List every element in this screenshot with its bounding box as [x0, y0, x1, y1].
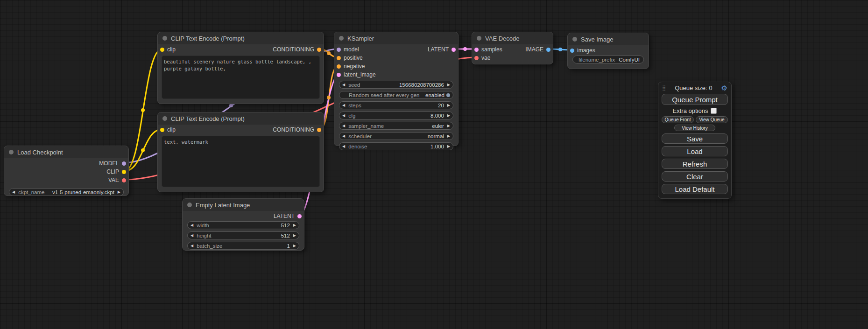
load-default-button[interactable]: Load Default	[662, 184, 728, 194]
decrement-arrow-icon[interactable]: ◀	[342, 104, 345, 107]
images-input-port[interactable]	[570, 49, 574, 53]
widget-value: 1	[287, 243, 289, 249]
toggle-indicator-icon[interactable]	[446, 93, 450, 97]
port-row: CLIP	[4, 168, 128, 176]
decrement-arrow-icon[interactable]: ◀	[342, 114, 345, 118]
collapse-dot-icon[interactable]	[162, 116, 167, 121]
increment-arrow-icon[interactable]: ▶	[447, 145, 450, 148]
node-save-image[interactable]: Save Image images filename_prefix ComfyU…	[567, 33, 649, 69]
node-clip-text-encode-positive[interactable]: CLIP Text Encode (Prompt) clip CONDITION…	[157, 32, 324, 104]
negative-input-port[interactable]	[337, 64, 341, 69]
queue-prompt-button[interactable]: Queue Prompt	[662, 94, 728, 105]
samples-input-port[interactable]	[474, 48, 479, 52]
latent-output-port[interactable]	[452, 48, 456, 52]
collapse-dot-icon[interactable]	[477, 36, 481, 41]
collapse-dot-icon[interactable]	[9, 150, 14, 154]
decrement-arrow-icon[interactable]: ◀	[342, 83, 345, 87]
node-title-bar[interactable]: VAE Decode	[472, 32, 553, 44]
increment-arrow-icon[interactable]: ▶	[293, 244, 296, 248]
view-queue-button[interactable]: View Queue	[696, 116, 728, 123]
cfg-widget[interactable]: ◀ cfg 8.000 ▶	[339, 112, 453, 119]
positive-input: positive	[334, 55, 363, 61]
random-seed-toggle[interactable]: Random seed after every gen enabled	[339, 91, 453, 99]
latent-output-port[interactable]	[297, 214, 302, 218]
widget-label: ckpt_name	[18, 189, 44, 195]
port-row: LATENT	[183, 212, 304, 220]
prompt-textarea[interactable]: text, watermark	[162, 136, 320, 187]
decrement-arrow-icon[interactable]: ◀	[191, 234, 193, 238]
decrement-arrow-icon[interactable]: ◀	[191, 224, 193, 227]
widget-label: width	[197, 223, 209, 228]
node-title-bar[interactable]: Load Checkpoint	[4, 146, 128, 158]
prompt-textarea[interactable]: beautiful scenery nature glass bottle la…	[162, 56, 320, 99]
drag-handle-icon[interactable]: ⣿	[662, 85, 666, 91]
collapse-dot-icon[interactable]	[572, 37, 577, 42]
filename-prefix-widget[interactable]: filename_prefix ComfyUI	[572, 56, 644, 63]
decrement-arrow-icon[interactable]: ◀	[12, 190, 15, 194]
sampler-name-widget[interactable]: ◀ sampler_name euler ▶	[339, 122, 453, 130]
collapse-dot-icon[interactable]	[339, 36, 344, 41]
vae-input: vae	[472, 55, 490, 61]
node-title-bar[interactable]: Save Image	[568, 33, 649, 45]
clear-button[interactable]: Clear	[662, 171, 728, 182]
collapse-dot-icon[interactable]	[187, 203, 192, 207]
increment-arrow-icon[interactable]: ▶	[118, 190, 120, 194]
node-empty-latent-image[interactable]: Empty Latent Image LATENT ◀ width 512 ▶ …	[182, 198, 304, 251]
node-title-bar[interactable]: CLIP Text Encode (Prompt)	[158, 32, 324, 44]
ckpt-name-widget[interactable]: ◀ ckpt_name v1-5-pruned-emaonly.ckpt ▶	[9, 188, 124, 196]
increment-arrow-icon[interactable]: ▶	[447, 104, 450, 107]
latent-output: LATENT	[274, 213, 304, 219]
increment-arrow-icon[interactable]: ▶	[447, 134, 450, 138]
port-label: VAE	[108, 177, 119, 183]
load-button[interactable]: Load	[662, 146, 728, 156]
extra-options-checkbox[interactable]	[711, 108, 717, 114]
latent-image-input-port[interactable]	[337, 73, 341, 77]
settings-gear-icon[interactable]: ⚙	[721, 84, 727, 91]
node-title-bar[interactable]: CLIP Text Encode (Prompt)	[158, 112, 324, 125]
increment-arrow-icon[interactable]: ▶	[447, 114, 450, 118]
comfyui-canvas[interactable]: Load Checkpoint MODEL CLIP VAE ◀ ckpt_na…	[0, 0, 868, 329]
clip-output-port[interactable]	[122, 170, 126, 174]
node-ksampler[interactable]: KSampler model LATENT positive negative	[334, 32, 459, 146]
model-input-port[interactable]	[337, 48, 341, 52]
batch-size-widget[interactable]: ◀ batch_size 1 ▶	[187, 242, 299, 250]
increment-arrow-icon[interactable]: ▶	[447, 83, 450, 87]
node-title: Save Image	[581, 36, 613, 43]
decrement-arrow-icon[interactable]: ◀	[342, 145, 345, 148]
node-clip-text-encode-negative[interactable]: CLIP Text Encode (Prompt) clip CONDITION…	[157, 112, 324, 192]
height-widget[interactable]: ◀ height 512 ▶	[187, 231, 299, 239]
widget-label: cfg	[348, 113, 355, 119]
increment-arrow-icon[interactable]: ▶	[447, 124, 450, 128]
width-widget[interactable]: ◀ width 512 ▶	[187, 221, 299, 229]
vae-input-port[interactable]	[474, 56, 479, 60]
clip-input-port[interactable]	[160, 48, 164, 52]
decrement-arrow-icon[interactable]: ◀	[191, 244, 193, 248]
decrement-arrow-icon[interactable]: ◀	[342, 124, 345, 128]
seed-widget[interactable]: ◀ seed 156680208700286 ▶	[339, 81, 453, 89]
clip-input-port[interactable]	[160, 128, 164, 132]
node-vae-decode[interactable]: VAE Decode samples IMAGE vae	[472, 32, 553, 64]
positive-input-port[interactable]	[337, 56, 341, 60]
model-output-port[interactable]	[122, 161, 126, 166]
queue-front-button[interactable]: Queue Front	[662, 116, 694, 123]
queue-menu-panel: ⣿ Queue size: 0 ⚙ Queue Prompt Extra opt…	[658, 82, 732, 199]
increment-arrow-icon[interactable]: ▶	[293, 234, 296, 238]
collapse-dot-icon[interactable]	[162, 36, 167, 41]
port-row: MODEL	[4, 159, 128, 168]
scheduler-widget[interactable]: ◀ scheduler normal ▶	[339, 132, 453, 140]
refresh-button[interactable]: Refresh	[662, 159, 728, 169]
node-title-bar[interactable]: KSampler	[334, 32, 458, 44]
steps-widget[interactable]: ◀ steps 20 ▶	[339, 101, 453, 109]
save-button[interactable]: Save	[662, 133, 728, 144]
widget-value: 8.000	[430, 113, 444, 119]
node-title-bar[interactable]: Empty Latent Image	[183, 199, 304, 211]
view-history-button[interactable]: View History	[674, 125, 715, 131]
conditioning-output-port[interactable]	[317, 48, 321, 52]
conditioning-output-port[interactable]	[317, 128, 321, 132]
image-output-port[interactable]	[546, 48, 550, 52]
denoise-widget[interactable]: ◀ denoise 1.000 ▶	[339, 142, 453, 150]
vae-output-port[interactable]	[122, 178, 126, 182]
increment-arrow-icon[interactable]: ▶	[293, 224, 296, 227]
decrement-arrow-icon[interactable]: ◀	[342, 134, 345, 138]
node-load-checkpoint[interactable]: Load Checkpoint MODEL CLIP VAE ◀ ckpt_na…	[4, 146, 129, 196]
